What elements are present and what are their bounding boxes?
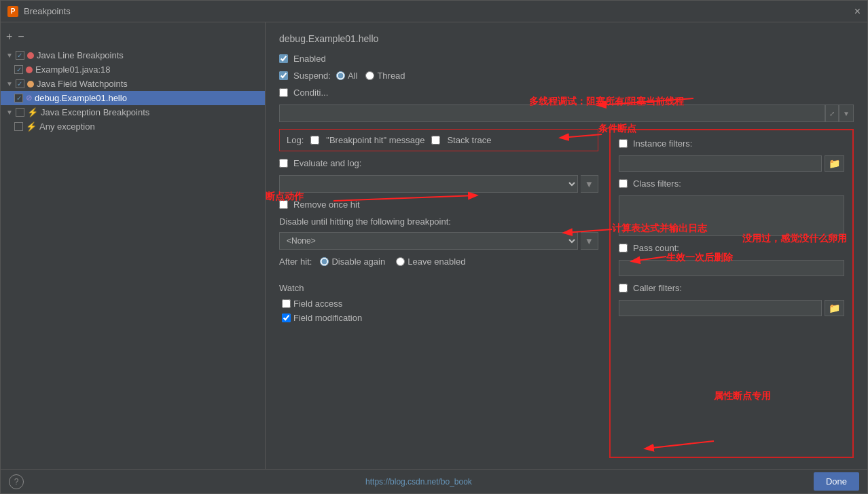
suspend-thread-option[interactable]: Thread	[365, 71, 405, 81]
collapse-icon-exception: ▼	[6, 109, 13, 116]
log-box: Log: "Breakpoint hit" message Stack trac…	[279, 129, 598, 151]
field-modification-option[interactable]: Field modification	[282, 313, 598, 323]
breakpoints-dialog: P Breakpoints × + − ▼ ✓ Java Line Breakp…	[0, 0, 868, 494]
field-access-checkbox[interactable]	[282, 299, 291, 308]
leaf-checkbox-example01[interactable]: ✓	[14, 65, 23, 74]
disable-until-select[interactable]: <None>	[279, 232, 578, 250]
url-label: https://blog.csdn.net/bo_book	[365, 477, 472, 487]
any-exception-icon: ⚡	[26, 121, 37, 132]
java-line-icon	[27, 52, 34, 59]
remove-once-checkbox[interactable]	[279, 200, 288, 209]
leaf-checkbox-any-exception[interactable]	[14, 122, 23, 131]
field-modification-checkbox[interactable]	[282, 314, 291, 322]
pass-count-input[interactable]	[619, 260, 844, 276]
evaluate-checkbox[interactable]	[279, 159, 288, 168]
close-button[interactable]: ×	[854, 5, 861, 18]
evaluate-dropdown-button[interactable]: ▼	[581, 175, 598, 193]
group-checkbox-java-exception[interactable]	[16, 108, 24, 117]
class-filter-input[interactable]	[619, 195, 844, 236]
dialog-title: Breakpoints	[24, 6, 71, 16]
help-button[interactable]: ?	[9, 474, 24, 489]
log-message-checkbox[interactable]	[310, 136, 319, 145]
instance-filter-input-row: 📁	[619, 155, 844, 172]
condition-checkbox[interactable]	[279, 88, 288, 97]
disable-until-row: Disable until hitting the following brea…	[279, 216, 598, 227]
condition-menu-button[interactable]: ▼	[839, 104, 854, 122]
java-field-icon	[27, 81, 34, 88]
enabled-checkbox[interactable]	[279, 54, 288, 63]
remove-breakpoint-button[interactable]: −	[18, 31, 24, 43]
collapse-icon-field: ▼	[6, 80, 13, 88]
leaf-label-debug-hello: debug.Example01.hello	[35, 93, 127, 103]
after-hit-row: After hit: Disable again Leave enabled	[279, 256, 598, 267]
evaluate-input-row: ▼	[279, 175, 598, 193]
log-stack-checkbox[interactable]	[431, 136, 440, 145]
class-filter-label: Class filters:	[633, 178, 681, 189]
left-column: Log: "Breakpoint hit" message Stack trac…	[279, 129, 598, 458]
done-button[interactable]: Done	[814, 472, 859, 491]
instance-filter-folder-button[interactable]: 📁	[825, 155, 844, 172]
leave-enabled-radio[interactable]	[396, 257, 405, 266]
remove-once-row: Remove once hit	[279, 200, 598, 210]
enabled-row: Enabled	[279, 54, 854, 64]
caller-filter-input-row: 📁	[619, 300, 844, 316]
leaf-label-example01: Example01.java:18	[35, 64, 111, 75]
instance-filter-input[interactable]	[619, 155, 822, 172]
main-content: + − ▼ ✓ Java Line Breakpoints ✓ Example0…	[1, 22, 867, 469]
disable-until-dropdown-button[interactable]: ▼	[581, 232, 598, 250]
group-label-java-field: Java Field Watchpoints	[37, 79, 128, 89]
add-breakpoint-button[interactable]: +	[6, 31, 12, 43]
tree-leaf-any-exception[interactable]: ⚡ Any exception	[1, 119, 265, 134]
leaf-icon-example01	[26, 66, 33, 73]
watch-title: Watch	[279, 283, 598, 293]
caller-filter-input[interactable]	[619, 300, 822, 316]
suspend-all-option[interactable]: All	[336, 71, 357, 81]
suspend-label: Suspend:	[293, 71, 331, 81]
toolbar: + −	[1, 28, 265, 48]
disable-again-label: Disable again	[331, 256, 385, 267]
evaluate-label: Evaluate and log:	[293, 158, 361, 168]
collapse-icon: ▼	[6, 52, 13, 59]
left-panel: + − ▼ ✓ Java Line Breakpoints ✓ Example0…	[1, 22, 266, 469]
tree-group-java-exception[interactable]: ▼ ⚡ Java Exception Breakpoints	[1, 105, 265, 119]
pass-count-row: Pass count:	[619, 243, 844, 253]
instance-filter-checkbox[interactable]	[619, 139, 628, 148]
tree-leaf-example01[interactable]: ✓ Example01.java:18	[1, 62, 265, 77]
disable-until-label: Disable until hitting the following brea…	[279, 216, 451, 227]
suspend-all-radio[interactable]	[336, 71, 345, 80]
enabled-label: Enabled	[293, 54, 326, 64]
condition-expand-button[interactable]: ⤢	[825, 104, 839, 122]
title-bar: P Breakpoints ×	[1, 1, 867, 22]
leave-enabled-label: Leave enabled	[408, 256, 465, 267]
tree-group-java-line[interactable]: ▼ ✓ Java Line Breakpoints	[1, 48, 265, 62]
tree-leaf-debug-hello[interactable]: ✓ ⊘ debug.Example01.hello	[1, 91, 265, 105]
caller-filter-folder-button[interactable]: 📁	[825, 300, 844, 316]
bottom-bar: ? https://blog.csdn.net/bo_book Done	[1, 469, 867, 493]
breakpoint-title: debug.Example01.hello	[279, 33, 854, 44]
condition-input[interactable]	[279, 104, 825, 122]
disable-again-radio[interactable]	[320, 257, 329, 266]
disable-again-option[interactable]: Disable again	[320, 256, 385, 267]
field-watchpoint-icon: ⊘	[26, 94, 32, 102]
class-filter-checkbox[interactable]	[619, 179, 628, 188]
suspend-checkbox[interactable]	[279, 71, 288, 80]
log-message-label: "Breakpoint hit" message	[326, 135, 424, 145]
class-filter-section: Class filters:	[619, 178, 844, 236]
tree-group-java-field[interactable]: ▼ ✓ Java Field Watchpoints	[1, 77, 265, 91]
group-checkbox-java-line[interactable]: ✓	[16, 51, 24, 60]
group-label-java-line: Java Line Breakpoints	[37, 50, 124, 60]
leaf-checkbox-debug-hello[interactable]: ✓	[14, 94, 23, 102]
caller-filter-checkbox[interactable]	[619, 284, 628, 292]
right-panel: debug.Example01.hello Enabled Suspend: A…	[266, 22, 867, 469]
two-column-section: Log: "Breakpoint hit" message Stack trac…	[279, 129, 854, 458]
group-label-java-exception: Java Exception Breakpoints	[41, 107, 149, 117]
evaluate-select[interactable]	[279, 175, 578, 193]
suspend-thread-radio[interactable]	[365, 71, 374, 80]
condition-row: Conditi...	[279, 88, 854, 98]
leave-enabled-option[interactable]: Leave enabled	[396, 256, 465, 267]
title-bar-left: P Breakpoints	[7, 6, 71, 17]
remove-once-label: Remove once hit	[293, 200, 360, 210]
field-access-option[interactable]: Field access	[282, 299, 598, 309]
group-checkbox-java-field[interactable]: ✓	[16, 79, 24, 88]
pass-count-checkbox[interactable]	[619, 244, 628, 252]
